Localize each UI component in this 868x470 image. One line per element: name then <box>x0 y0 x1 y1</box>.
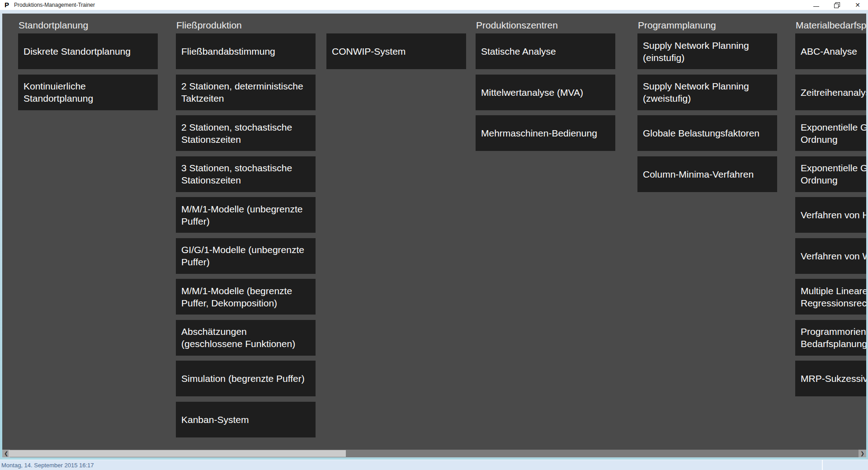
column-header-standortplanung: Standortplanung <box>19 20 88 31</box>
tile-label: Exponentielle Glättung 1. Ordnung <box>801 121 866 146</box>
tile-2-stationen-deterministische-taktzeiten[interactable]: 2 Stationen, deterministische Taktzeiten <box>176 75 316 110</box>
tile-m-m-1-modelle-begrenzte-puffer-dekomposition[interactable]: M/M/1-Modelle (begrenzte Puffer, Dekompo… <box>176 279 316 315</box>
tile-gi-g-1-modelle-unbegrenzte-puffer[interactable]: GI/G/1-Modelle (unbegrenzte Puffer) <box>176 238 316 274</box>
scroll-right-button[interactable]: ❯ <box>859 450 866 457</box>
tile-label: Mehrmaschinen-Bedienung <box>481 127 597 139</box>
minimize-icon <box>813 6 819 7</box>
tile-simulation-begrenzte-puffer[interactable]: Simulation (begrenzte Puffer) <box>176 361 316 396</box>
tile-label: 2 Stationen, deterministische Taktzeiten <box>181 80 310 104</box>
tile-mrp-sukzessivplanung[interactable]: MRP-Sukzessivplanung <box>795 361 866 396</box>
tile-m-m-1-modelle-unbegrenzte-puffer[interactable]: M/M/1-Modelle (unbegrenzte Puffer) <box>176 197 316 233</box>
status-separator <box>822 460 823 470</box>
column-header-produktionszentren: Produktionszentren <box>476 20 558 31</box>
tile-label: Kontinuierliche Standortplanung <box>24 80 152 104</box>
content-area: ❮ ❯ StandortplanungDiskrete Standortplan… <box>2 14 866 457</box>
tile-label: Column-Minima-Verfahren <box>643 168 754 180</box>
column-header-programmplanung: Programmplanung <box>638 20 716 31</box>
tile-kontinuierliche-standortplanung[interactable]: Kontinuierliche Standortplanung <box>18 75 158 110</box>
status-bar: Montag, 14. September 2015 16:17 <box>0 460 868 470</box>
tile-label: Verfahren von Holt <box>801 209 866 221</box>
tile-mehrmaschinen-bedienung[interactable]: Mehrmaschinen-Bedienung <box>476 115 615 151</box>
tile-label: Multiple Lineare Regressionsrechnung <box>801 285 866 309</box>
close-button[interactable]: ✕ <box>847 0 868 10</box>
horizontal-scrollbar[interactable]: ❮ ❯ <box>2 450 866 457</box>
tile-conwip-system[interactable]: CONWIP-System <box>326 33 466 69</box>
tile-multiple-lineare-regressionsrechnung[interactable]: Multiple Lineare Regressionsrechnung <box>795 279 866 315</box>
tile-label: Simulation (begrenzte Puffer) <box>181 372 305 385</box>
tile-statische-analyse[interactable]: Statische Analyse <box>476 33 615 69</box>
tile-programmorientierte-bedarfsplanung[interactable]: Programmorientierte Bedarfsplanung <box>795 320 866 356</box>
tile-supply-network-planning-zweistufig[interactable]: Supply Network Planning (zweistufig) <box>637 75 777 110</box>
tile-abc-analyse[interactable]: ABC-Analyse <box>795 33 866 69</box>
status-datetime: Montag, 14. September 2015 16:17 <box>1 462 94 469</box>
tile-column-minima-verfahren[interactable]: Column-Minima-Verfahren <box>637 156 777 192</box>
tile-abschaetzungen-geschlossene-funktionen[interactable]: Abschätzungen (geschlossene Funktionen) <box>176 320 316 356</box>
tile-supply-network-planning-einstufig[interactable]: Supply Network Planning (einstufig) <box>637 33 777 69</box>
tile-verfahren-von-holt[interactable]: Verfahren von Holt <box>795 197 866 233</box>
tile-label: Mittelwertanalyse (MVA) <box>481 86 583 99</box>
tile-label: Abschätzungen (geschlossene Funktionen) <box>181 325 310 350</box>
tile-label: Supply Network Planning (einstufig) <box>643 39 772 64</box>
restore-button[interactable] <box>826 0 847 10</box>
tile-verfahren-von-winters[interactable]: Verfahren von Winters <box>795 238 866 274</box>
window-frame-right <box>866 14 868 460</box>
tile-label: Statische Analyse <box>481 45 556 57</box>
tile-label: 2 Stationen, stochastische Stationszeite… <box>181 121 310 146</box>
chevron-right-icon: ❯ <box>860 451 864 456</box>
tile-label: ABC-Analyse <box>801 45 857 57</box>
tile-exponentielle-glaettung-1-ordnung[interactable]: Exponentielle Glättung 1. Ordnung <box>795 115 866 151</box>
tile-zeitreihenanalyse[interactable]: Zeitreihenanalyse <box>795 75 866 110</box>
app-logo: P <box>5 1 9 9</box>
window-frame-top <box>0 10 868 14</box>
tile-label: M/M/1-Modelle (begrenzte Puffer, Dekompo… <box>181 285 310 309</box>
window-title: Produktions-Management-Trainer <box>14 2 95 8</box>
tile-label: Diskrete Standortplanung <box>24 45 131 57</box>
tile-label: M/M/1-Modelle (unbegrenzte Puffer) <box>181 203 310 227</box>
close-icon: ✕ <box>855 2 860 8</box>
chevron-left-icon: ❮ <box>4 451 8 456</box>
tile-exponentielle-glaettung-2-ordnung[interactable]: Exponentielle Glättung 2. Ordnung <box>795 156 866 192</box>
tile-kanban-system[interactable]: Kanban-System <box>176 402 316 437</box>
minimize-button[interactable] <box>806 0 826 10</box>
tile-label: Exponentielle Glättung 2. Ordnung <box>801 162 866 186</box>
tile-label: CONWIP-System <box>332 45 406 57</box>
tile-label: MRP-Sukzessivplanung <box>801 372 866 385</box>
tile-3-stationen-stochastische-stationszeiten[interactable]: 3 Stationen, stochastische Stationszeite… <box>176 156 316 192</box>
tile-label: Programmorientierte Bedarfsplanung <box>801 325 866 350</box>
column-header-fliessproduktion: Fließproduktion <box>176 20 242 31</box>
tile-label: Supply Network Planning (zweistufig) <box>643 80 772 104</box>
restore-icon <box>833 2 840 9</box>
tile-label: Fließbandabstimmung <box>181 45 275 57</box>
tile-label: GI/G/1-Modelle (unbegrenzte Puffer) <box>181 244 310 268</box>
title-bar[interactable]: P Produktions-Management-Trainer ✕ <box>0 0 868 10</box>
tile-label: Zeitreihenanalyse <box>801 86 866 99</box>
tile-label: Globale Belastungsfaktoren <box>643 127 760 139</box>
tile-diskrete-standortplanung[interactable]: Diskrete Standortplanung <box>18 33 158 69</box>
tile-label: 3 Stationen, stochastische Stationszeite… <box>181 162 310 186</box>
tile-mittelwertanalyse-mva[interactable]: Mittelwertanalyse (MVA) <box>476 75 615 110</box>
tile-label: Kanban-System <box>181 414 249 426</box>
tile-globale-belastungsfaktoren[interactable]: Globale Belastungsfaktoren <box>637 115 777 151</box>
scrollbar-thumb[interactable] <box>9 450 346 457</box>
tile-fliessbandabstimmung[interactable]: Fließbandabstimmung <box>176 33 316 69</box>
application-window: P Produktions-Management-Trainer ✕ ❮ ❯ S… <box>0 0 868 470</box>
tile-label: Verfahren von Winters <box>801 250 866 262</box>
tile-2-stationen-stochastische-stationszeiten[interactable]: 2 Stationen, stochastische Stationszeite… <box>176 115 316 151</box>
column-header-materialbedarfsplanung: Materialbedarfsplanung <box>796 20 866 31</box>
